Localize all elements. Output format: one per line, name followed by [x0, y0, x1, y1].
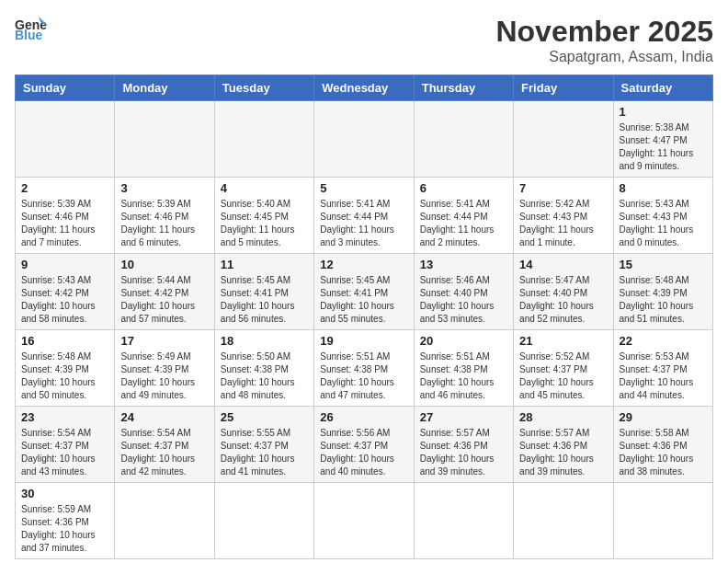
- day-info: Sunrise: 5:55 AM Sunset: 4:37 PM Dayligh…: [221, 427, 308, 478]
- day-number: 16: [21, 334, 108, 348]
- calendar-row: 1Sunrise: 5:38 AM Sunset: 4:47 PM Daylig…: [16, 101, 713, 178]
- day-number: 13: [420, 258, 507, 271]
- calendar-cell: 24Sunrise: 5:54 AM Sunset: 4:37 PM Dayli…: [115, 407, 214, 483]
- day-info: Sunrise: 5:43 AM Sunset: 4:42 PM Dayligh…: [21, 274, 108, 326]
- calendar-row: 9Sunrise: 5:43 AM Sunset: 4:42 PM Daylig…: [16, 254, 713, 330]
- day-info: Sunrise: 5:41 AM Sunset: 4:44 PM Dayligh…: [420, 198, 507, 249]
- day-info: Sunrise: 5:39 AM Sunset: 4:46 PM Dayligh…: [21, 198, 108, 249]
- day-number: 18: [221, 334, 308, 348]
- day-info: Sunrise: 5:46 AM Sunset: 4:40 PM Dayligh…: [420, 274, 507, 326]
- calendar-cell: [314, 101, 414, 178]
- day-info: Sunrise: 5:42 AM Sunset: 4:43 PM Dayligh…: [519, 198, 607, 249]
- header: General Blue November 2025 Sapatgram, As…: [15, 15, 713, 65]
- day-info: Sunrise: 5:50 AM Sunset: 4:38 PM Dayligh…: [221, 350, 308, 402]
- day-info: Sunrise: 5:57 AM Sunset: 4:36 PM Dayligh…: [519, 427, 607, 478]
- title-block: November 2025 Sapatgram, Assam, India: [495, 15, 713, 65]
- day-info: Sunrise: 5:54 AM Sunset: 4:37 PM Dayligh…: [21, 427, 108, 478]
- calendar-cell: 29Sunrise: 5:58 AM Sunset: 4:36 PM Dayli…: [613, 407, 712, 483]
- calendar-cell: [414, 483, 513, 559]
- calendar-cell: 6Sunrise: 5:41 AM Sunset: 4:44 PM Daylig…: [414, 178, 513, 254]
- day-info: Sunrise: 5:49 AM Sunset: 4:39 PM Dayligh…: [120, 350, 208, 402]
- calendar-cell: 25Sunrise: 5:55 AM Sunset: 4:37 PM Dayli…: [214, 407, 313, 483]
- calendar-cell: [613, 483, 712, 559]
- calendar-row: 30Sunrise: 5:59 AM Sunset: 4:36 PM Dayli…: [16, 483, 713, 559]
- day-info: Sunrise: 5:38 AM Sunset: 4:47 PM Dayligh…: [620, 121, 707, 173]
- calendar-cell: 21Sunrise: 5:52 AM Sunset: 4:37 PM Dayli…: [514, 330, 613, 407]
- day-number: 14: [519, 258, 607, 271]
- day-number: 12: [320, 258, 407, 271]
- calendar-cell: 3Sunrise: 5:39 AM Sunset: 4:46 PM Daylig…: [115, 178, 214, 254]
- day-info: Sunrise: 5:51 AM Sunset: 4:38 PM Dayligh…: [320, 350, 407, 402]
- calendar-row: 16Sunrise: 5:48 AM Sunset: 4:39 PM Dayli…: [16, 330, 713, 407]
- calendar-cell: [314, 483, 414, 559]
- day-info: Sunrise: 5:53 AM Sunset: 4:37 PM Dayligh…: [620, 350, 707, 402]
- weekday-header-row: SundayMondayTuesdayWednesdayThursdayFrid…: [16, 75, 713, 101]
- logo: General Blue: [15, 15, 48, 40]
- calendar-cell: 27Sunrise: 5:57 AM Sunset: 4:36 PM Dayli…: [414, 407, 513, 483]
- day-info: Sunrise: 5:41 AM Sunset: 4:44 PM Dayligh…: [320, 198, 407, 249]
- day-number: 25: [221, 410, 308, 424]
- day-info: Sunrise: 5:48 AM Sunset: 4:39 PM Dayligh…: [21, 350, 108, 402]
- day-number: 27: [420, 410, 507, 424]
- weekday-header-saturday: Saturday: [613, 75, 712, 101]
- day-number: 5: [320, 181, 407, 195]
- day-number: 22: [620, 334, 707, 348]
- calendar-cell: 23Sunrise: 5:54 AM Sunset: 4:37 PM Dayli…: [16, 407, 115, 483]
- calendar-cell: 28Sunrise: 5:57 AM Sunset: 4:36 PM Dayli…: [514, 407, 613, 483]
- calendar-cell: [414, 101, 513, 178]
- calendar-cell: 26Sunrise: 5:56 AM Sunset: 4:37 PM Dayli…: [314, 407, 414, 483]
- calendar-cell: [214, 483, 313, 559]
- day-number: 24: [120, 410, 208, 424]
- day-info: Sunrise: 5:57 AM Sunset: 4:36 PM Dayligh…: [420, 427, 507, 478]
- day-number: 29: [620, 410, 707, 424]
- day-info: Sunrise: 5:44 AM Sunset: 4:42 PM Dayligh…: [120, 274, 208, 326]
- calendar-cell: 19Sunrise: 5:51 AM Sunset: 4:38 PM Dayli…: [314, 330, 414, 407]
- calendar-row: 23Sunrise: 5:54 AM Sunset: 4:37 PM Dayli…: [16, 407, 713, 483]
- month-title: November 2025: [495, 15, 713, 49]
- weekday-header-sunday: Sunday: [16, 75, 115, 101]
- day-number: 20: [420, 334, 507, 348]
- day-number: 2: [21, 181, 108, 195]
- day-info: Sunrise: 5:45 AM Sunset: 4:41 PM Dayligh…: [221, 274, 308, 326]
- day-number: 9: [21, 258, 108, 271]
- calendar-cell: 14Sunrise: 5:47 AM Sunset: 4:40 PM Dayli…: [514, 254, 613, 330]
- day-number: 23: [21, 410, 108, 424]
- calendar-cell: 8Sunrise: 5:43 AM Sunset: 4:43 PM Daylig…: [613, 178, 712, 254]
- day-number: 4: [221, 181, 308, 195]
- day-number: 8: [620, 181, 707, 195]
- calendar-cell: 30Sunrise: 5:59 AM Sunset: 4:36 PM Dayli…: [16, 483, 115, 559]
- day-info: Sunrise: 5:56 AM Sunset: 4:37 PM Dayligh…: [320, 427, 407, 478]
- day-info: Sunrise: 5:52 AM Sunset: 4:37 PM Dayligh…: [519, 350, 607, 402]
- weekday-header-thursday: Thursday: [414, 75, 513, 101]
- day-number: 28: [519, 410, 607, 424]
- calendar-cell: 2Sunrise: 5:39 AM Sunset: 4:46 PM Daylig…: [16, 178, 115, 254]
- calendar-cell: 15Sunrise: 5:48 AM Sunset: 4:39 PM Dayli…: [613, 254, 712, 330]
- calendar-cell: 5Sunrise: 5:41 AM Sunset: 4:44 PM Daylig…: [314, 178, 414, 254]
- day-info: Sunrise: 5:58 AM Sunset: 4:36 PM Dayligh…: [620, 427, 707, 478]
- calendar-cell: [514, 101, 613, 178]
- day-info: Sunrise: 5:43 AM Sunset: 4:43 PM Dayligh…: [620, 198, 707, 249]
- day-number: 17: [120, 334, 208, 348]
- day-number: 26: [320, 410, 407, 424]
- location-title: Sapatgram, Assam, India: [495, 49, 713, 65]
- calendar-cell: 1Sunrise: 5:38 AM Sunset: 4:47 PM Daylig…: [613, 101, 712, 178]
- calendar-cell: 16Sunrise: 5:48 AM Sunset: 4:39 PM Dayli…: [16, 330, 115, 407]
- calendar-cell: 18Sunrise: 5:50 AM Sunset: 4:38 PM Dayli…: [214, 330, 313, 407]
- calendar-cell: [115, 483, 214, 559]
- calendar-cell: [16, 101, 115, 178]
- calendar-cell: 12Sunrise: 5:45 AM Sunset: 4:41 PM Dayli…: [314, 254, 414, 330]
- day-number: 6: [420, 181, 507, 195]
- calendar-cell: 7Sunrise: 5:42 AM Sunset: 4:43 PM Daylig…: [514, 178, 613, 254]
- calendar-cell: 4Sunrise: 5:40 AM Sunset: 4:45 PM Daylig…: [214, 178, 313, 254]
- calendar-cell: 13Sunrise: 5:46 AM Sunset: 4:40 PM Dayli…: [414, 254, 513, 330]
- calendar-row: 2Sunrise: 5:39 AM Sunset: 4:46 PM Daylig…: [16, 178, 713, 254]
- day-info: Sunrise: 5:51 AM Sunset: 4:38 PM Dayligh…: [420, 350, 507, 402]
- calendar-cell: [214, 101, 313, 178]
- day-number: 19: [320, 334, 407, 348]
- weekday-header-tuesday: Tuesday: [214, 75, 313, 101]
- day-number: 7: [519, 181, 607, 195]
- svg-text:Blue: Blue: [15, 28, 43, 40]
- calendar-cell: 20Sunrise: 5:51 AM Sunset: 4:38 PM Dayli…: [414, 330, 513, 407]
- day-number: 10: [120, 258, 208, 271]
- calendar-table: SundayMondayTuesdayWednesdayThursdayFrid…: [15, 75, 713, 559]
